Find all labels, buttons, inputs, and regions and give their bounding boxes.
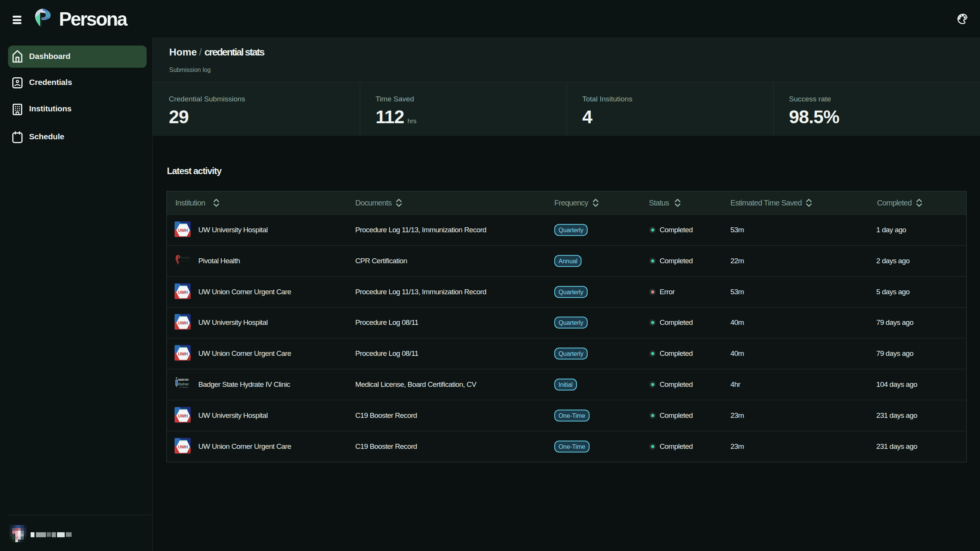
svg-text:UWH: UWH xyxy=(178,352,188,356)
svg-text:UWH: UWH xyxy=(178,290,188,294)
svg-text:IV THERAPY: IV THERAPY xyxy=(179,387,189,388)
svg-text:Pivotal: Pivotal xyxy=(180,256,190,259)
svg-text:UWH: UWH xyxy=(178,445,188,449)
svg-text:UWH: UWH xyxy=(178,228,188,233)
svg-text:Hydrate: Hydrate xyxy=(178,382,189,386)
svg-text:UWH: UWH xyxy=(178,321,188,325)
svg-text:BADGER STATE: BADGER STATE xyxy=(178,378,189,381)
svg-text:HEALTH: HEALTH xyxy=(181,260,189,262)
svg-text:UWH: UWH xyxy=(178,414,188,418)
